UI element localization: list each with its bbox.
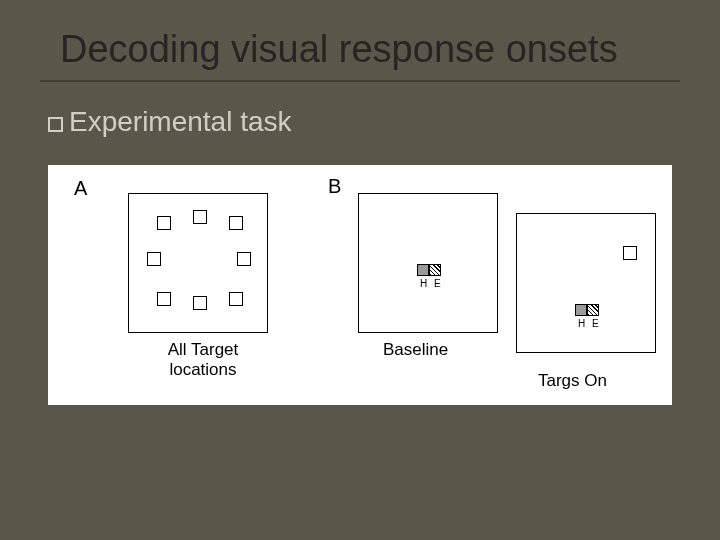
- target-location-icon: [157, 292, 171, 306]
- panel-b-baseline-box: H E: [358, 193, 498, 333]
- target-location-icon: [193, 210, 207, 224]
- panel-a-box: [128, 193, 268, 333]
- target-location-icon: [193, 296, 207, 310]
- target-location-icon: [229, 216, 243, 230]
- bullet-square-icon: [48, 117, 63, 132]
- panel-b-targs-caption: Targs On: [538, 371, 607, 391]
- panel-label-b: B: [328, 175, 341, 198]
- panel-b-targs-box: H E: [516, 213, 656, 353]
- fixation-square-hatched-icon: [587, 304, 599, 316]
- fixation-square-hatched-icon: [429, 264, 441, 276]
- target-location-icon: [147, 252, 161, 266]
- panel-label-a: A: [74, 177, 87, 200]
- target-location-icon: [237, 252, 251, 266]
- panel-a-caption: All Target locations: [138, 340, 268, 380]
- bullet-item: Experimental task: [48, 106, 292, 138]
- slide-title: Decoding visual response onsets: [60, 28, 618, 71]
- fixation-label: H E: [420, 278, 443, 289]
- fixation-square-solid-icon: [417, 264, 429, 276]
- fixation-label: H E: [578, 318, 601, 329]
- target-location-icon: [623, 246, 637, 260]
- fixation-square-solid-icon: [575, 304, 587, 316]
- target-location-icon: [157, 216, 171, 230]
- title-underline: [40, 80, 680, 82]
- fixation-icon: [575, 304, 599, 316]
- fixation-icon: [417, 264, 441, 276]
- target-location-icon: [229, 292, 243, 306]
- panel-b-baseline-caption: Baseline: [383, 340, 448, 360]
- figure-panel: A B H E H E All Target locations Baselin…: [48, 165, 672, 405]
- bullet-text: Experimental task: [69, 106, 292, 138]
